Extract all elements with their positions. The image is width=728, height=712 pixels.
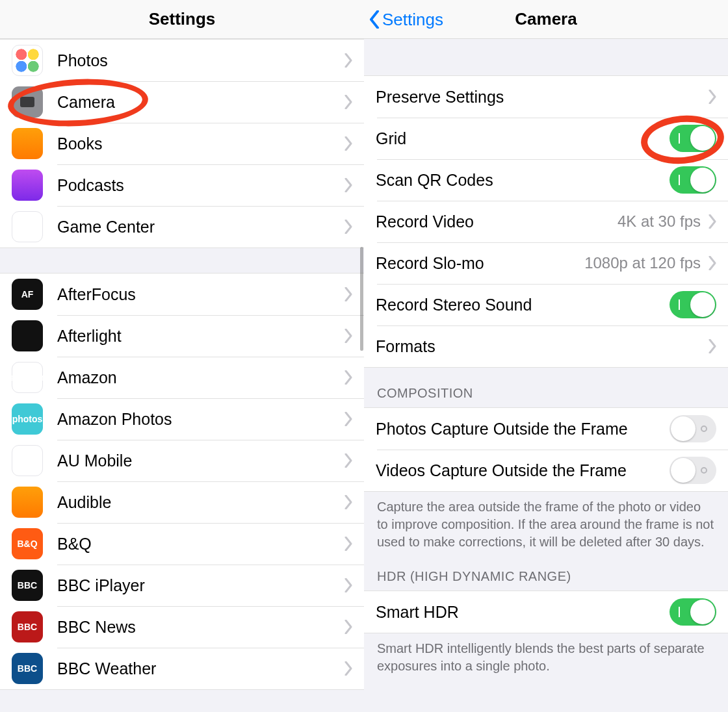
row-label: Amazon Photos [57,410,344,429]
row-detail: 1080p at 120 fps [584,254,701,272]
settings-row-podcasts[interactable]: Podcasts [0,164,364,206]
row-label: Smart HDR [376,603,670,622]
bbcweather-icon: BBC [12,653,43,684]
row-label: Record Video [376,212,618,231]
row-detail: 4K at 30 fps [618,212,701,231]
row-label: Amazon [57,368,344,387]
scrollbar-indicator[interactable] [360,247,363,351]
settings-row-au-mobile[interactable]: A UAU Mobile [0,440,364,481]
camera-icon [12,86,43,118]
bbcnews-icon: BBC [12,611,43,642]
row-label: BBC Weather [57,659,344,678]
formats-row[interactable]: Formats [364,325,728,367]
row-label: B&Q [57,535,344,553]
row-label: Preserve Settings [376,88,708,107]
videos-outside-toggle[interactable] [670,457,716,484]
aumobile-icon: A U [12,445,43,476]
row-label: Game Center [57,218,344,236]
settings-row-books[interactable]: Books [0,123,364,164]
section-gap [0,248,364,273]
back-label: Settings [382,10,443,30]
stereo-toggle[interactable] [670,291,716,318]
amazonphotos-icon: photos [12,403,43,435]
row-label: Record Stereo Sound [376,296,670,314]
camera-settings-screen: Settings Camera Preserve Settings Grid S… [364,0,728,712]
row-label: Audible [57,493,344,512]
settings-list[interactable]: PhotosCameraBooksPodcastsGame Center AFA… [0,39,364,712]
settings-row-game-center[interactable]: Game Center [0,206,364,248]
settings-row-bbc-weather[interactable]: BBCBBC Weather [0,648,364,689]
books-icon [12,128,43,159]
row-label: Videos Capture Outside the Frame [376,461,670,480]
row-label: BBC News [57,618,344,637]
chevron-right-icon [344,329,352,343]
row-label: AfterFocus [57,285,344,304]
chevron-right-icon [344,578,352,592]
qr-toggle[interactable] [670,166,716,194]
back-button[interactable]: Settings [369,0,443,39]
chevron-right-icon [344,136,352,151]
settings-row-bbc-news[interactable]: BBCBBC News [0,606,364,648]
row-label: Photos [57,51,344,70]
bq-icon: B&Q [12,528,43,559]
chevron-right-icon [344,661,352,676]
row-label: Scan QR Codes [376,171,670,190]
photos-outside-toggle[interactable] [670,415,716,442]
podcasts-icon [12,170,43,201]
chevron-right-icon [344,287,352,301]
composition-footer: Capture the area outside the frame of th… [364,492,728,563]
iplayer-icon: BBC [12,570,43,601]
chevron-left-icon [369,10,380,29]
navbar-right: Settings Camera [364,0,728,39]
row-label: Formats [376,337,708,356]
amazon-icon: amazon [12,362,43,393]
chevron-right-icon [344,412,352,426]
chevron-right-icon [344,95,352,109]
settings-row-photos[interactable]: Photos [0,40,364,81]
chevron-right-icon [344,53,352,68]
afterfocus-icon: AF [12,279,43,310]
audible-icon [12,487,43,518]
chevron-right-icon [344,220,352,234]
row-label: Books [57,134,344,153]
hdr-header: HDR (HIGH DYNAMIC RANGE) [364,563,728,591]
row-label: BBC iPlayer [57,576,344,595]
scan-qr-row: Scan QR Codes [364,159,728,201]
smart-hdr-toggle[interactable] [670,598,716,626]
settings-row-afterlight[interactable]: Afterlight [0,315,364,357]
navbar-left: Settings [0,0,364,39]
stereo-sound-row: Record Stereo Sound [364,284,728,325]
settings-row-b-q[interactable]: B&QB&Q [0,523,364,565]
photos-icon [12,45,43,76]
row-label: AU Mobile [57,451,344,470]
photos-outside-row: Photos Capture Outside the Frame [364,408,728,450]
settings-row-afterfocus[interactable]: AFAfterFocus [0,273,364,315]
row-label: Record Slo-mo [376,254,584,273]
grid-row: Grid [364,118,728,159]
smart-hdr-row: Smart HDR [364,591,728,633]
record-slomo-row[interactable]: Record Slo-mo 1080p at 120 fps [364,242,728,284]
settings-row-bbc-iplayer[interactable]: BBCBBC iPlayer [0,565,364,606]
preserve-settings-row[interactable]: Preserve Settings [364,76,728,118]
settings-row-amazon-photos[interactable]: photosAmazon Photos [0,398,364,440]
row-label: Afterlight [57,327,344,346]
camera-settings-list[interactable]: Preserve Settings Grid Scan QR Codes Rec… [364,39,728,712]
hdr-footer: Smart HDR intelligently blends the best … [364,633,728,687]
videos-outside-row: Videos Capture Outside the Frame [364,450,728,491]
chevron-right-icon [344,370,352,385]
grid-toggle[interactable] [670,125,716,152]
chevron-right-icon [708,214,716,229]
chevron-right-icon [708,256,716,270]
row-label: Camera [57,93,344,112]
chevron-right-icon [708,90,716,104]
record-video-row[interactable]: Record Video 4K at 30 fps [364,201,728,242]
settings-row-camera[interactable]: Camera [0,81,364,123]
row-label: Podcasts [57,176,344,195]
afterlight-icon [12,320,43,351]
chevron-right-icon [344,453,352,468]
settings-row-amazon[interactable]: amazonAmazon [0,357,364,398]
settings-row-audible[interactable]: Audible [0,481,364,523]
chevron-right-icon [344,178,352,192]
chevron-right-icon [344,620,352,634]
page-title: Settings [149,9,216,29]
